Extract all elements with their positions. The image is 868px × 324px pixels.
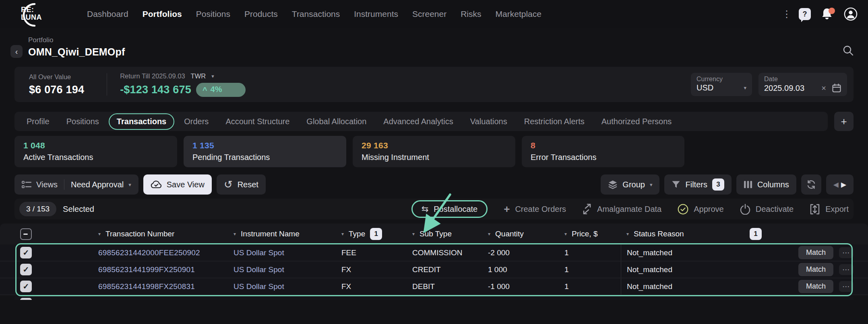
tab-profile[interactable]: Profile [27,117,50,126]
date-picker[interactable]: Date 2025.09.03 × [758,73,847,96]
create-orders-button[interactable]: + Create Orders [504,205,566,214]
top-nav: RE: LUNA Dashboard Portfolios Positions … [0,0,868,28]
export-button[interactable]: Export [810,204,849,215]
refresh-button[interactable] [801,174,821,195]
column-pager[interactable]: ◀ ▶ [826,174,854,195]
amalgamate-data-button[interactable]: Amalgamate Data [582,204,661,214]
row-more-icon[interactable]: ⋯ [839,247,854,258]
approve-button[interactable]: Approve [678,204,724,215]
logo-line2: LUNA [21,14,42,21]
chevron-down-icon: ▾ [650,182,653,188]
logo-line1: RE: [21,6,42,14]
col-header-type[interactable]: ▾ Type 1 [341,228,412,240]
group-dropdown[interactable]: Group ▾ [601,174,659,195]
sort-caret-icon[interactable]: ▾ [234,231,236,237]
select-all-checkbox[interactable] [20,228,32,240]
tab-restriction-alerts[interactable]: Restriction Alerts [524,117,585,126]
transaction-number-link[interactable]: 69856231441998FX250831 [38,282,234,291]
match-button[interactable]: Match [798,246,833,259]
sort-caret-icon[interactable]: ▾ [564,231,567,237]
nav-item-positions[interactable]: Positions [196,9,230,19]
back-button[interactable]: ‹ [10,45,23,58]
table-row[interactable]: ✓ 69856231442000FEE250902 US Dollar Spot… [0,244,868,261]
col-header-transaction-number[interactable]: ▾ Transaction Number [38,230,234,238]
col-label: Transaction Number [105,230,174,238]
tab-account-structure[interactable]: Account Structure [225,117,289,126]
portfolio-tabs: Profile Positions Transactions Orders Ac… [14,112,828,131]
nav-item-instruments[interactable]: Instruments [354,9,398,19]
nav-item-marketplace[interactable]: Marketplace [496,9,541,19]
sort-caret-icon[interactable]: ▾ [626,231,629,237]
sort-caret-icon[interactable]: ▾ [412,231,415,237]
card-error-transactions[interactable]: 8 Error Transactions [522,136,684,167]
nav-item-portfolios[interactable]: Portfolios [143,9,182,19]
return-value: -$123 143 675 [120,84,191,96]
chevron-down-icon[interactable]: ▾ [211,73,214,79]
tab-advanced-analytics[interactable]: Advanced Analytics [383,117,453,126]
col-header-status-reason[interactable]: ▾ Status Reason 1 [621,228,782,240]
row-checkbox[interactable]: ✓ [20,281,32,292]
price-cell: 1 [564,248,621,257]
sort-caret-icon[interactable]: ▾ [98,231,101,237]
tab-orders[interactable]: Orders [184,117,209,126]
nav-item-transactions[interactable]: Transactions [292,9,340,19]
col-header-instrument-name[interactable]: ▾ Instrument Name [234,230,341,238]
transaction-number-link[interactable]: 69856231441999FX250901 [38,265,234,274]
swap-arrows-icon: ⇆ [422,204,429,214]
tab-authorized-persons[interactable]: Authorized Persons [601,117,672,126]
nav-item-products[interactable]: Products [244,9,278,19]
help-icon[interactable]: ? [799,8,811,20]
tab-transactions[interactable]: Transactions [109,113,174,130]
tab-valuations[interactable]: Valuations [470,117,507,126]
col-header-price[interactable]: ▾ Price, $ [564,230,621,238]
kebab-menu-icon[interactable]: ⋮ [782,8,788,20]
col-header-sub-type[interactable]: ▾ Sub Type [412,230,488,238]
card-missing-instrument[interactable]: 29 163 Missing Instrument [353,136,515,167]
match-button[interactable]: Match [798,280,833,293]
col-label: Price, $ [572,230,597,238]
row-more-icon[interactable]: ⋯ [839,281,854,292]
card-value: 1 135 [192,141,346,150]
row-checkbox[interactable]: ✓ [20,264,32,275]
col-header-quantity[interactable]: ▾ Quantity [488,230,564,238]
currency-picker[interactable]: Currency USD ▾ [691,73,752,96]
return-mode[interactable]: TWR [191,72,206,80]
card-active-transactions[interactable]: 1 048 Active Transactions [14,136,177,167]
instrument-name-link[interactable]: US Dollar Spot [234,265,341,274]
add-tab-button[interactable]: + [834,112,854,131]
postallocate-button[interactable]: ⇆ Postallocate [411,200,488,218]
postallocate-label: Postallocate [434,205,477,214]
calendar-icon[interactable] [832,83,841,93]
nav-item-risks[interactable]: Risks [461,9,481,19]
views-dropdown[interactable]: Views Need Approval ▾ [14,174,138,195]
instrument-name-link[interactable]: US Dollar Spot [234,282,341,291]
page-left-icon[interactable]: ◀ [833,180,839,189]
user-avatar[interactable] [844,7,858,21]
bulk-actions: ⇆ Postallocate + Create Orders Amalgamat… [411,200,849,218]
sort-caret-icon[interactable]: ▾ [488,231,490,237]
tab-global-allocation[interactable]: Global Allocation [306,117,366,126]
tab-positions[interactable]: Positions [66,117,99,126]
filters-button[interactable]: Filters 3 [664,174,731,195]
card-pending-transactions[interactable]: 1 135 Pending Transactions [184,136,346,167]
clear-date-icon[interactable]: × [821,84,826,93]
nav-item-screener[interactable]: Screener [412,9,446,19]
table-row[interactable]: ✓ 69856231441998FX250831 US Dollar Spot … [0,278,868,295]
table-toolbar: Views Need Approval ▾ Save View ↺ Reset [14,174,854,195]
row-more-icon[interactable]: ⋯ [839,264,854,275]
page-right-icon[interactable]: ▶ [841,180,846,189]
search-icon[interactable] [843,45,854,57]
save-view-button[interactable]: Save View [143,174,212,195]
row-checkbox[interactable]: ✓ [20,247,32,258]
table-row[interactable]: ✓ 69856231441999FX250901 US Dollar Spot … [0,261,868,278]
columns-button[interactable]: Columns [736,174,796,195]
match-button[interactable]: Match [798,263,833,276]
instrument-name-link[interactable]: US Dollar Spot [234,248,341,257]
reset-button[interactable]: ↺ Reset [217,174,266,195]
transaction-number-link[interactable]: 69856231442000FEE250902 [38,248,234,257]
sort-caret-icon[interactable]: ▾ [341,231,344,237]
deactivate-button[interactable]: Deactivate [740,204,794,215]
nav-item-dashboard[interactable]: Dashboard [87,9,128,19]
notifications-bell-icon[interactable] [821,8,833,21]
export-icon [810,204,820,215]
